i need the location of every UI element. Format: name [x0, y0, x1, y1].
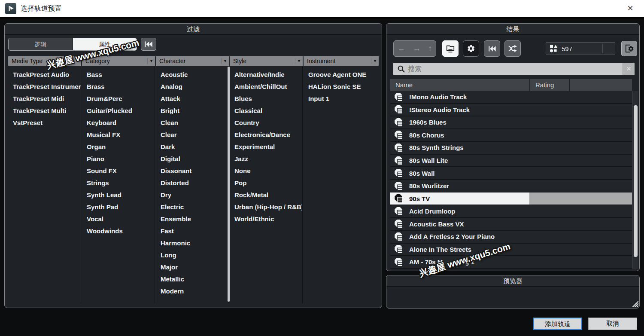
filter-item[interactable]: Sound FX [82, 165, 155, 177]
forward-icon[interactable]: → [413, 44, 421, 53]
filter-item[interactable]: Long [156, 249, 228, 261]
filter-item[interactable]: Organ [82, 141, 155, 153]
reset-filters-button[interactable] [141, 38, 156, 51]
filter-item[interactable]: Jazz [230, 153, 302, 165]
column-header-name[interactable]: Name [390, 79, 529, 91]
filter-item[interactable]: Distorted [156, 177, 228, 189]
result-row[interactable]: Acoustic Bass VX [390, 218, 632, 231]
filter-item[interactable]: Electric [156, 201, 228, 213]
filter-item[interactable]: Vocal [82, 213, 155, 225]
filter-item[interactable]: Input 1 [304, 93, 378, 105]
results-scrollbar-thumb[interactable] [634, 105, 638, 257]
filter-item[interactable]: TrackPreset Multi [8, 105, 81, 117]
filter-item[interactable]: Bright [156, 105, 228, 117]
filter-item[interactable]: Major [156, 261, 228, 273]
filter-column-style: Style ▼ Alternative/IndieAmbient/ChillOu… [230, 56, 304, 303]
result-row[interactable]: Acid Drumloop [390, 205, 632, 218]
filter-item[interactable]: Pop [230, 177, 302, 189]
result-row[interactable]: 90s TV [390, 192, 632, 205]
filter-item[interactable]: Strings [82, 177, 155, 189]
result-row[interactable]: 80s Wall [390, 167, 632, 180]
filter-item[interactable]: Woodwinds [82, 225, 155, 237]
filter-item[interactable]: Electronica/Dance [230, 129, 302, 141]
search-input[interactable] [408, 65, 623, 73]
filter-item[interactable]: Clean [156, 117, 228, 129]
filter-item[interactable]: Keyboard [82, 117, 155, 129]
media-type-header[interactable]: Media Type ▼ [8, 56, 81, 66]
result-row[interactable]: 80s Wurlitzer [390, 180, 632, 193]
result-row[interactable]: AM - 70s M g 1 [390, 256, 632, 269]
filter-item[interactable]: TrackPreset Instrument [8, 81, 81, 93]
filter-item[interactable]: Dark [156, 141, 228, 153]
tab-logic[interactable]: 逻辑 [9, 38, 73, 50]
result-row[interactable]: 80s Synth Strings [390, 142, 632, 155]
filter-item[interactable]: Groove Agent ONE [304, 69, 378, 81]
filter-item[interactable]: Bass [82, 69, 155, 81]
filter-item[interactable]: Piano [82, 153, 155, 165]
filter-item[interactable]: Fast [156, 225, 228, 237]
style-header[interactable]: Style ▼ [230, 56, 303, 66]
instrument-header[interactable]: Instrument ▼ [304, 56, 379, 66]
filter-item[interactable]: Dry [156, 189, 228, 201]
window-setup-gear-icon [625, 44, 634, 53]
filter-item[interactable]: None [230, 165, 302, 177]
result-row[interactable]: 1960s Blues [390, 116, 632, 129]
result-row[interactable]: 80s Chorus [390, 129, 632, 142]
location-tree-button[interactable] [442, 40, 459, 57]
filter-item[interactable]: Dissonant [156, 165, 228, 177]
result-row[interactable]: 80s Wall Lite [390, 155, 632, 168]
up-icon[interactable]: ↑ [428, 44, 432, 53]
filters-toggle-button[interactable] [463, 40, 479, 57]
filter-item[interactable]: Attack [156, 93, 228, 105]
filter-item[interactable]: Acoustic [156, 69, 228, 81]
filter-item[interactable]: Digital [156, 153, 228, 165]
filter-item[interactable]: Clear [156, 129, 228, 141]
result-row-rating-cell [529, 231, 632, 243]
resize-grip-icon[interactable] [630, 299, 638, 307]
filter-item[interactable]: Harmonic [156, 237, 228, 249]
window-layout-button[interactable] [621, 41, 637, 56]
character-header[interactable]: Character ▼ [156, 56, 229, 66]
column-header-rating[interactable]: Rating [530, 79, 569, 91]
filter-item[interactable]: Synth Pad [82, 201, 155, 213]
filter-item[interactable]: Blues [230, 93, 302, 105]
history-nav-group: ← → ↑ [393, 40, 436, 57]
cancel-button[interactable]: 取消 [588, 318, 637, 330]
filter-item[interactable]: Musical FX [82, 129, 155, 141]
filter-item[interactable]: Country [230, 117, 302, 129]
tab-attribute[interactable]: 属性 [73, 38, 137, 50]
shuffle-button[interactable] [504, 40, 521, 57]
window-title: 选择轨道预置 [21, 0, 62, 17]
close-icon[interactable]: × [621, 0, 640, 17]
filter-item[interactable]: Modern [156, 285, 228, 297]
filter-item[interactable]: Experimental [230, 141, 302, 153]
filter-item[interactable]: Synth Lead [82, 189, 155, 201]
back-icon[interactable]: ← [397, 44, 405, 53]
search-clear-icon[interactable]: × [623, 63, 635, 75]
results-scrollbar-track[interactable] [632, 91, 638, 269]
filter-item[interactable]: Guitar/Plucked [82, 105, 155, 117]
category-header[interactable]: Category ▼ [82, 56, 155, 66]
filter-item[interactable]: TrackPreset Audio [8, 69, 81, 81]
result-row[interactable]: !Mono Audio Track [390, 91, 632, 104]
filter-item[interactable]: Rock/Metal [230, 189, 302, 201]
filter-item[interactable]: TrackPreset Midi [8, 93, 81, 105]
filter-item[interactable]: HALion Sonic SE [304, 81, 378, 93]
result-row[interactable]: Add A Fretless 2 Your Piano [390, 231, 632, 244]
filter-item[interactable]: Brass [82, 81, 155, 93]
filter-item[interactable]: Alternative/Indie [230, 69, 302, 81]
add-track-button[interactable]: 添加轨道 [533, 318, 582, 330]
column-header-empty[interactable] [570, 79, 632, 91]
reset-results-button[interactable] [484, 40, 500, 57]
filter-item[interactable]: Analog [156, 81, 228, 93]
result-row[interactable]: !Stereo Audio Track [390, 104, 632, 117]
filter-item[interactable]: World/Ethnic [230, 213, 302, 225]
filter-item[interactable]: Classical [230, 105, 302, 117]
filter-item[interactable]: Ambient/ChillOut [230, 81, 302, 93]
filter-item[interactable]: Urban (Hip-Hop / R&B) [230, 201, 302, 213]
filter-item[interactable]: Ensemble [156, 213, 228, 225]
filter-item[interactable]: Drum&Perc [82, 93, 155, 105]
filter-item[interactable]: Metallic [156, 273, 228, 285]
result-row[interactable]: Alone In The Streets [390, 244, 632, 257]
filter-item[interactable]: VstPreset [8, 117, 81, 129]
